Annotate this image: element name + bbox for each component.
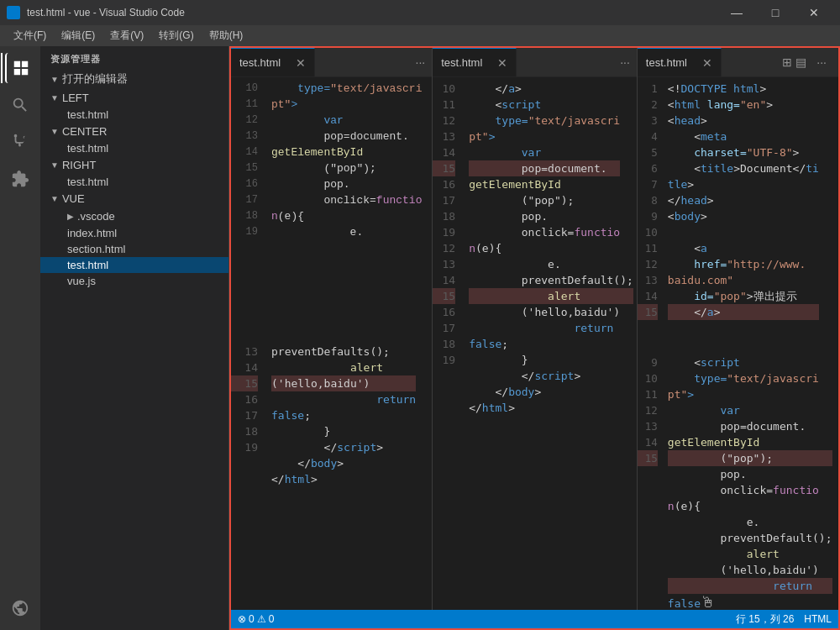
menubar: 文件(F) 编辑(E) 查看(V) 转到(G) 帮助(H)	[0, 25, 840, 46]
warning-icon: ⚠	[257, 613, 266, 625]
warning-count: 0	[269, 613, 275, 625]
tab-right-testhtml[interactable]: test.html ✕	[638, 48, 722, 76]
activity-extensions[interactable]	[5, 164, 35, 194]
statusbar-right: 行 15，列 26 HTML	[736, 612, 832, 627]
titlebar-controls: — □ ✕	[717, 0, 833, 25]
language-text: HTML	[804, 613, 832, 625]
activity-bar	[0, 46, 40, 630]
sidebar-file-right-testhtml[interactable]: test.html	[40, 174, 228, 190]
tab-right-close[interactable]: ✕	[702, 56, 712, 70]
code-extra-right: 9 10 11 12 13 14 15 <script type="text/j…	[638, 354, 838, 610]
vue-arrow: ▼	[50, 194, 59, 203]
line-numbers-left: 1011121314 1516171819	[231, 77, 265, 344]
sidebar-section-right[interactable]: ▼ RIGHT	[40, 156, 228, 174]
vscode-label: .vscode	[77, 210, 115, 223]
sidebar-section-center[interactable]: ▼ CENTER	[40, 123, 228, 140]
menu-file[interactable]: 文件(F)	[7, 27, 53, 45]
tab-center-close[interactable]: ✕	[497, 56, 507, 70]
tab-bar-left: test.html ✕ ···	[231, 48, 432, 77]
editor-panels: test.html ✕ ··· 1011121314 1516171819 ty…	[231, 48, 838, 610]
activity-explorer[interactable]	[5, 53, 35, 83]
right-arrow: ▼	[50, 160, 59, 170]
vscode-arrow: ▶	[67, 212, 74, 221]
sidebar-vscode-folder[interactable]: ▶ .vscode	[57, 207, 228, 225]
code-content-center[interactable]: 10 11 12 13 14 15 16 17 18 19	[433, 77, 637, 610]
left-label: LEFT	[62, 92, 89, 104]
sidebar-file-test[interactable]: test.html	[40, 257, 228, 273]
tab-left-more[interactable]: ···	[409, 48, 433, 76]
minimize-button[interactable]: —	[717, 0, 756, 25]
activity-source-control[interactable]	[5, 127, 35, 157]
editor-area: test.html ✕ ··· 1011121314 1516171819 ty…	[229, 46, 840, 630]
editor-panel-left: test.html ✕ ··· 1011121314 1516171819 ty…	[231, 48, 433, 610]
menu-goto[interactable]: 转到(G)	[152, 27, 200, 45]
vue-label: VUE	[62, 192, 85, 205]
sidebar-file-vue[interactable]: vue.js	[40, 273, 228, 289]
sidebar: 资源管理器 ▼ 打开的编辑器 ▼ LEFT test.html ▼ CENTER…	[40, 46, 229, 630]
error-icon: ⊗	[238, 613, 246, 625]
tab-right-label: test.html	[646, 56, 687, 69]
maximize-button[interactable]: □	[756, 0, 795, 25]
code-content-right[interactable]: 1 2 3 4 5 6 7 8 9 10 11 12 13 14	[638, 77, 838, 354]
tab-center-testhtml[interactable]: test.html ✕	[433, 48, 517, 76]
open-editors-arrow: ▼	[50, 75, 59, 84]
layout-icon[interactable]: ▤	[795, 55, 806, 69]
titlebar-title: test.html - vue - Visual Studio Code	[27, 7, 185, 18]
tab-center-more[interactable]: ···	[613, 48, 637, 76]
editor-panel-center: test.html ✕ ··· 10 11 12 13 14 15	[433, 48, 638, 610]
statusbar-left: ⊗ 0 ⚠ 0	[238, 613, 274, 625]
code-content-left[interactable]: 1011121314 1516171819 type="text/javascr…	[231, 77, 432, 344]
titlebar: test.html - vue - Visual Studio Code — □…	[0, 0, 840, 25]
tab-left-close[interactable]: ✕	[296, 56, 306, 70]
sidebar-content: ▼ 打开的编辑器 ▼ LEFT test.html ▼ CENTER test.…	[40, 69, 228, 630]
right-label: RIGHT	[62, 159, 96, 171]
center-arrow: ▼	[50, 127, 59, 136]
tab-bar-center: test.html ✕ ···	[433, 48, 637, 77]
sidebar-section-left[interactable]: ▼ LEFT	[40, 89, 228, 107]
split-icon[interactable]: ⊞	[782, 55, 792, 69]
sidebar-file-section[interactable]: section.html	[40, 241, 228, 257]
editor-panel-right: test.html ✕ ⊞ ▤ ··· 1 2 3 4 5	[638, 48, 838, 610]
left-arrow: ▼	[50, 93, 59, 102]
status-language[interactable]: HTML	[804, 613, 832, 625]
sidebar-header: 资源管理器	[40, 46, 228, 69]
position-text: 行 15，列 26	[736, 612, 794, 627]
sidebar-file-index[interactable]: index.html	[40, 225, 228, 241]
main-area: 资源管理器 ▼ 打开的编辑器 ▼ LEFT test.html ▼ CENTER…	[0, 46, 840, 630]
center-label: CENTER	[62, 125, 107, 138]
tab-right-more[interactable]: ···	[810, 55, 833, 69]
tab-bar-right: test.html ✕ ⊞ ▤ ···	[638, 48, 838, 77]
open-editors-label: 打开的编辑器	[62, 71, 128, 87]
sidebar-file-center-testhtml[interactable]: test.html	[40, 140, 228, 156]
code-extra-left: 13 14 15 16 17 18 19 preventDefaults(); …	[231, 344, 432, 610]
menu-help[interactable]: 帮助(H)	[202, 27, 250, 45]
activity-remote[interactable]	[5, 593, 35, 623]
tab-left-label: test.html	[239, 56, 281, 69]
sidebar-section-open-editors[interactable]: ▼ 打开的编辑器	[40, 69, 228, 89]
menu-edit[interactable]: 编辑(E)	[55, 27, 102, 45]
tab-left-testhtml[interactable]: test.html ✕	[231, 48, 315, 76]
status-errors[interactable]: ⊗ 0 ⚠ 0	[238, 613, 274, 625]
titlebar-left: test.html - vue - Visual Studio Code	[7, 6, 185, 19]
tab-center-label: test.html	[441, 56, 482, 69]
status-position[interactable]: 行 15，列 26	[736, 612, 794, 627]
sidebar-file-left-testhtml[interactable]: test.html	[40, 107, 228, 123]
app-icon	[7, 6, 20, 19]
menu-view[interactable]: 查看(V)	[103, 27, 150, 45]
code-text-left: type="text/javascri pt"> var pop=documen…	[265, 77, 432, 344]
error-count: 0	[249, 613, 255, 625]
close-button[interactable]: ✕	[795, 0, 833, 25]
sidebar-section-vue[interactable]: ▼ VUE	[40, 190, 228, 207]
activity-search[interactable]	[5, 90, 35, 120]
statusbar: ⊗ 0 ⚠ 0 行 15，列 26 HTML	[231, 610, 838, 628]
